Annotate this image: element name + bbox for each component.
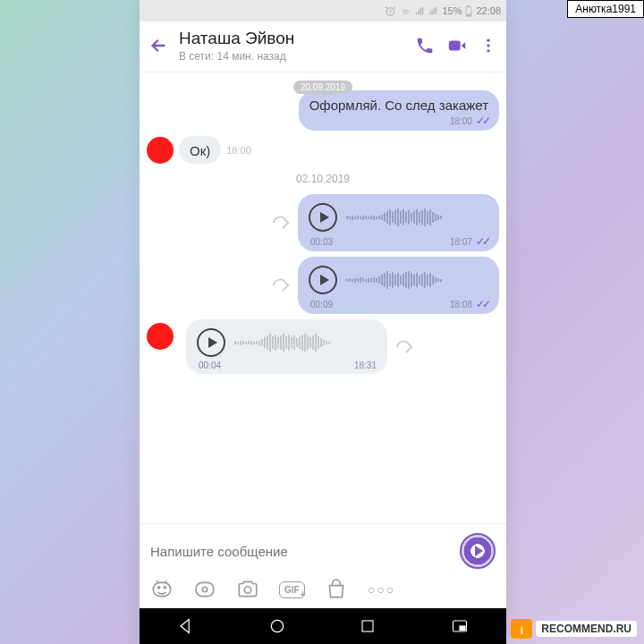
watermark-badge: i — [511, 619, 532, 639]
chat-area[interactable]: 20.09.2019 Оформляй. Со след закажет 18:… — [140, 72, 506, 523]
voice-duration: 00:03 — [310, 237, 333, 247]
voice-message-out[interactable]: 00:0918:08✓✓ — [298, 257, 499, 314]
play-button[interactable] — [197, 328, 225, 357]
more-icon[interactable]: ○○○ — [368, 582, 395, 597]
signal-icon — [415, 6, 425, 16]
play-button[interactable] — [309, 266, 337, 294]
voice-message-out[interactable]: 00:0318:07✓✓ — [298, 194, 499, 251]
wifi-icon — [400, 5, 411, 17]
svg-point-13 — [244, 587, 251, 594]
message-text: Оформляй. Со след закажет — [309, 97, 488, 113]
svg-rect-3 — [467, 14, 470, 15]
forward-icon[interactable] — [394, 337, 414, 357]
svg-rect-4 — [449, 41, 461, 51]
play-button[interactable] — [309, 203, 337, 232]
status-bar: 15% 22:08 — [140, 0, 506, 21]
svg-point-14 — [271, 620, 283, 631]
message-time: 18:00 — [450, 116, 472, 126]
nav-home-icon[interactable] — [268, 617, 286, 635]
nav-back-icon[interactable] — [176, 617, 194, 635]
message-time: 18:31 — [354, 360, 377, 370]
voice-call-icon[interactable] — [415, 36, 435, 55]
watermark-text: RECOMMEND.RU — [536, 621, 637, 637]
message-time: 18:07 — [450, 237, 472, 247]
svg-rect-15 — [362, 621, 373, 631]
battery-pct: 15% — [442, 5, 462, 16]
svg-point-6 — [487, 44, 489, 47]
gif-icon[interactable]: GIF+ — [279, 581, 305, 598]
watermark: i RECOMMEND.RU — [511, 619, 637, 639]
svg-point-10 — [164, 587, 165, 589]
voice-message-in[interactable]: 00:0418:31 — [186, 319, 387, 374]
waveform[interactable] — [346, 269, 488, 291]
back-icon[interactable] — [148, 36, 168, 55]
date-separator: 02.10.2019 — [147, 173, 499, 185]
video-call-icon[interactable] — [445, 36, 469, 55]
contact-status: В сети: 14 мин. назад — [179, 50, 404, 63]
overlay-username: Анютка1991 — [567, 0, 644, 18]
message-input[interactable] — [150, 544, 451, 559]
message-time: 18:00 — [226, 145, 251, 156]
message-text: Ок) — [190, 143, 210, 158]
battery-icon — [465, 5, 472, 17]
android-navbar — [140, 608, 506, 644]
signal2-icon — [428, 6, 438, 16]
svg-point-12 — [202, 587, 207, 591]
svg-point-7 — [487, 49, 489, 52]
svg-rect-17 — [460, 626, 465, 631]
waveform[interactable] — [234, 332, 377, 353]
alarm-icon — [385, 5, 396, 17]
composer: GIF+ ○○○ — [140, 523, 506, 608]
waveform[interactable] — [346, 207, 488, 228]
date-separator: 20.09.2019 — [293, 80, 352, 94]
avatar[interactable] — [147, 137, 174, 164]
voice-duration: 00:09 — [310, 300, 333, 309]
svg-point-5 — [487, 39, 489, 42]
shop-icon[interactable] — [325, 578, 348, 601]
contact-name[interactable]: Наташа Эйвон — [179, 29, 404, 48]
camera-icon[interactable] — [236, 578, 259, 601]
voice-duration: 00:04 — [199, 360, 221, 370]
sticker-icon[interactable] — [150, 578, 174, 601]
clock-text: 22:08 — [476, 5, 501, 16]
svg-rect-11 — [196, 582, 214, 596]
read-ticks-icon: ✓✓ — [476, 235, 488, 248]
outgoing-message[interactable]: Оформляй. Со след закажет 18:00✓✓ — [299, 90, 499, 131]
nav-pip-icon[interactable] — [450, 618, 470, 634]
phone-frame: 15% 22:08 Наташа Эйвон В сети: 14 мин. н… — [140, 0, 506, 644]
send-button[interactable] — [460, 533, 496, 569]
chat-header: Наташа Эйвон В сети: 14 мин. назад — [140, 21, 506, 72]
menu-dots-icon[interactable] — [479, 36, 497, 55]
svg-point-9 — [158, 587, 160, 589]
read-ticks-icon: ✓✓ — [476, 114, 488, 127]
gallery-icon[interactable] — [193, 578, 216, 601]
read-ticks-icon: ✓✓ — [476, 298, 488, 310]
avatar[interactable] — [147, 323, 174, 350]
forward-icon[interactable] — [271, 275, 291, 295]
forward-icon[interactable] — [271, 213, 291, 233]
message-time: 18:08 — [450, 300, 472, 309]
svg-rect-2 — [468, 5, 470, 6]
incoming-message[interactable]: Ок) — [179, 136, 221, 164]
nav-recent-icon[interactable] — [360, 618, 376, 634]
